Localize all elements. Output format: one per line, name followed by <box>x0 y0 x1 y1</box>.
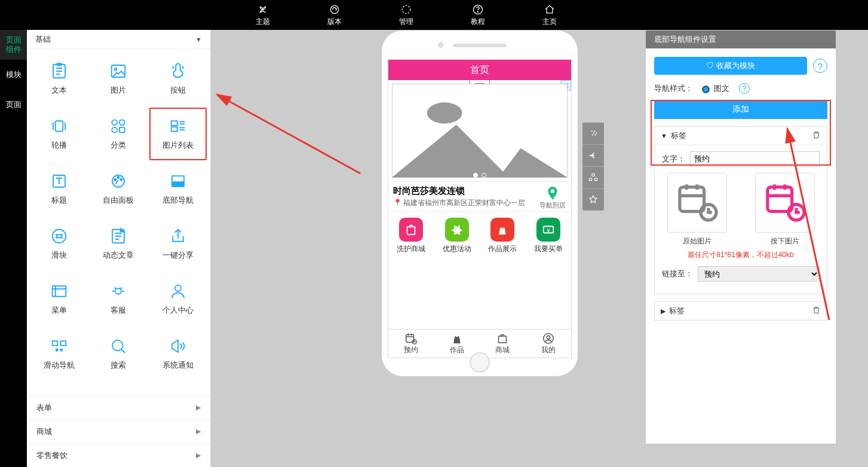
comp-text[interactable]: 文本 <box>30 53 88 105</box>
nav-style-row: 导航样式： 图文 ? <box>654 83 827 94</box>
pressed-image-label: 按下图片 <box>755 236 815 246</box>
comp-image[interactable]: 图片 <box>90 53 148 105</box>
svg-point-26 <box>175 285 181 291</box>
hero-carousel[interactable]: ✕ <box>388 80 571 182</box>
help-icon[interactable]: ? <box>813 59 827 73</box>
canvas-side-toolbar <box>582 123 604 210</box>
comp-title[interactable]: 标题 <box>30 163 88 215</box>
svg-point-19 <box>121 179 122 181</box>
comp-profile[interactable]: 个人中心 <box>149 273 207 325</box>
comp-carousel[interactable]: 轮播 <box>30 108 88 160</box>
canvas[interactable]: 首页 ✕ 时尚芭莎美发连锁 福建省 <box>211 30 868 467</box>
topbar-tutorial[interactable]: 教程 <box>442 4 514 27</box>
add-button[interactable]: 添加 <box>654 100 827 119</box>
topbar-tutorial-label: 教程 <box>471 17 485 26</box>
svg-point-11 <box>112 127 118 133</box>
comp-notification[interactable]: 系统通知 <box>149 328 207 380</box>
panel-title: 底部导航组件设置 <box>646 30 836 48</box>
nav-style-radio[interactable] <box>702 86 710 93</box>
topbar-home[interactable]: 主页 <box>514 4 585 27</box>
palette-section-form[interactable]: 表单▶ <box>27 395 210 419</box>
topbar-theme[interactable]: 主题 <box>227 4 299 27</box>
quick-works[interactable]: 作品展示 <box>484 218 520 254</box>
link-select[interactable]: 预约 <box>698 266 820 282</box>
store-navigate[interactable]: 导航到店 <box>539 185 566 210</box>
comp-menu[interactable]: 菜单 <box>30 273 88 325</box>
svg-point-0 <box>330 5 338 13</box>
comp-bottom-nav[interactable]: 底部导航 <box>149 163 207 215</box>
nav-module[interactable]: 模块 <box>0 60 27 90</box>
svg-point-42 <box>592 173 595 176</box>
svg-point-29 <box>56 349 57 351</box>
svg-rect-12 <box>119 127 125 133</box>
tab-appointment[interactable]: 预约 <box>388 329 434 358</box>
comp-support[interactable]: 客服 <box>90 273 148 325</box>
comp-scroll-nav[interactable]: 滑动导航 <box>30 328 88 380</box>
text-input[interactable] <box>690 151 820 167</box>
quick-wash-mall[interactable]: 洗护商城 <box>393 218 429 254</box>
comp-slider[interactable]: 滑块 <box>30 218 88 270</box>
quick-links: 洗护商城 优惠活动 作品展示 ¥我要买单 <box>388 212 571 260</box>
topbar-version[interactable]: 版本 <box>299 4 370 27</box>
svg-rect-8 <box>56 121 63 132</box>
nav-page-components[interactable]: 页面 组件 <box>0 30 27 60</box>
svg-point-25 <box>115 288 121 294</box>
tag-label: 标签 <box>669 306 685 316</box>
svg-point-18 <box>118 176 119 178</box>
favorite-button[interactable]: ♡ 收藏为模块 <box>654 57 807 75</box>
comp-category[interactable]: 分类 <box>90 108 148 160</box>
comp-share[interactable]: 一键分享 <box>149 218 207 270</box>
top-toolbar: 主题 版本 管理 教程 主页 <box>0 0 868 30</box>
text-field-label: 文字： <box>662 154 685 164</box>
screen-title: 首页 <box>388 60 571 80</box>
trash-icon[interactable] <box>812 130 821 141</box>
store-address: 福建省福州市高新区正荣财富中心一层 <box>393 198 525 208</box>
original-image-label: 原始图片 <box>667 236 727 246</box>
comp-button[interactable]: 按钮 <box>149 53 207 105</box>
palette-section-basic-label: 基础 <box>35 34 51 45</box>
quick-promo[interactable]: 优惠活动 <box>439 218 475 254</box>
link-field-label: 链接至： <box>662 268 693 279</box>
pressed-image-picker[interactable] <box>755 173 815 233</box>
chevron-right-icon: ▶ <box>196 451 201 459</box>
carousel-dots <box>473 173 486 178</box>
topbar-home-label: 主页 <box>542 17 557 26</box>
quick-pay[interactable]: ¥我要买单 <box>530 218 566 254</box>
svg-point-9 <box>112 120 118 125</box>
tab-mall[interactable]: 商城 <box>480 329 526 358</box>
svg-point-7 <box>115 68 117 71</box>
comp-image-list[interactable]: 图片列表 <box>149 108 207 160</box>
tag-block-expanded: ▼标签 文字： 原始图片 <box>654 126 827 294</box>
phone-home-button <box>470 352 490 373</box>
comp-dynamic-article[interactable]: 动态文章 <box>90 218 148 270</box>
size-hint: 最佳尺寸81*81像素，不超过40kb <box>662 250 820 260</box>
tag-block-collapsed[interactable]: ▶标签 <box>654 301 827 321</box>
palette-section-basic[interactable]: 基础 ▼ <box>27 30 210 49</box>
help-icon[interactable]: ? <box>739 83 750 94</box>
comp-search[interactable]: 搜索 <box>90 328 148 380</box>
svg-text:¥: ¥ <box>546 227 550 233</box>
nav-style-option[interactable]: 图文 <box>699 83 729 94</box>
tab-works[interactable]: 作品 <box>434 329 480 358</box>
chevron-down-icon[interactable]: ▼ <box>661 132 667 139</box>
svg-point-3 <box>477 11 478 12</box>
tool-modules-icon[interactable] <box>582 167 604 188</box>
palette-section-mall[interactable]: 商城▶ <box>27 419 210 443</box>
topbar-manage[interactable]: 管理 <box>370 4 442 27</box>
svg-point-10 <box>119 120 125 125</box>
tool-forward-icon[interactable] <box>582 123 604 144</box>
comp-free-panel[interactable]: 自由面板 <box>90 163 148 215</box>
phone-preview: 首页 ✕ 时尚芭莎美发连锁 福建省 <box>381 30 578 377</box>
svg-rect-28 <box>60 341 66 346</box>
palette-section-retail[interactable]: 零售餐饮▶ <box>27 443 210 467</box>
trash-icon[interactable] <box>812 306 821 316</box>
svg-point-34 <box>427 102 462 123</box>
tool-back-icon[interactable] <box>582 145 604 166</box>
nav-page[interactable]: 页面 <box>0 90 27 120</box>
topbar-manage-label: 管理 <box>399 17 413 26</box>
svg-point-30 <box>60 349 62 351</box>
original-image-picker[interactable] <box>667 173 727 233</box>
tool-star-icon[interactable] <box>582 189 604 210</box>
tab-mine[interactable]: 我的 <box>526 329 572 358</box>
svg-point-41 <box>547 335 550 339</box>
